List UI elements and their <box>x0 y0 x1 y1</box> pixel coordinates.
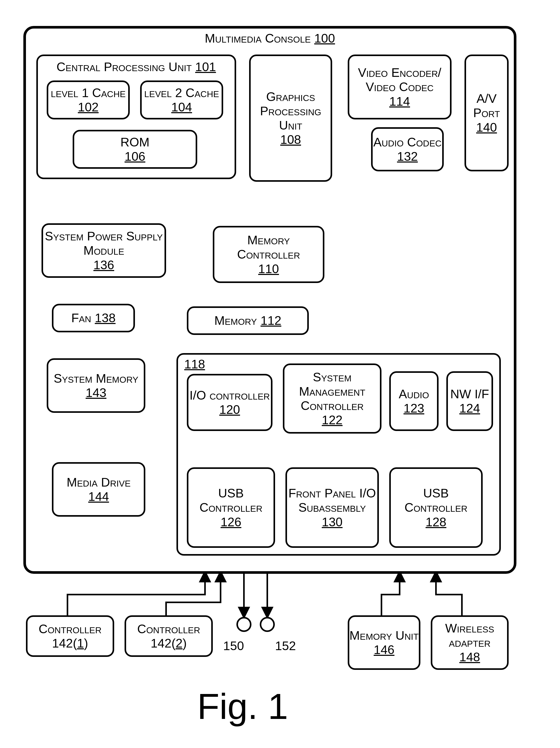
mdrive-name: Media Drive <box>67 475 131 489</box>
memory-ref: 112 <box>261 313 281 328</box>
usb2-ref: 128 <box>425 515 446 529</box>
cpu-ref: 101 <box>195 60 216 74</box>
system-memory-block: System Memory 143 <box>47 358 145 413</box>
rom-name: ROM <box>120 135 149 149</box>
ioctl-name: I/O controller <box>190 388 270 402</box>
audio-codec-block: Audio Codec 132 <box>371 127 444 171</box>
smc-block: System Management Controller 122 <box>283 364 382 434</box>
frontp-name: Front Panel I/O Subassembly <box>287 486 377 515</box>
avport-ref: 140 <box>476 120 497 135</box>
sysmem-name: System Memory <box>54 371 139 385</box>
nwif-name: NW I/F <box>450 387 489 401</box>
console-name: Multimedia Console <box>205 31 311 45</box>
diagram-canvas: Multimedia Console 100 Central Processin… <box>0 0 560 748</box>
memunit-ref: 146 <box>374 642 394 657</box>
figure-text: Fig. 1 <box>197 686 288 727</box>
wadapt-name: Wireless adapter <box>432 621 507 650</box>
av-port-block: A/V Port 140 <box>464 54 509 171</box>
l1-name: level 1 Cache <box>51 86 126 100</box>
media-drive-block: Media Drive 144 <box>52 462 145 517</box>
ctrl1-ref: 142(1) <box>52 636 88 650</box>
memory-unit-block: Memory Unit 146 <box>348 615 420 670</box>
avport-name: A/V Port <box>466 91 507 120</box>
gpu-ref: 108 <box>280 133 301 147</box>
memory-controller-block: Memory Controller 110 <box>213 226 324 283</box>
memory-name: Memory <box>214 313 257 328</box>
acodec-name: Audio Codec <box>373 135 441 149</box>
nwif-ref: 124 <box>459 401 480 415</box>
rom-block: ROM 106 <box>73 130 197 169</box>
memunit-name: Memory Unit <box>349 628 419 642</box>
venc-ref: 114 <box>389 94 410 109</box>
psu-block: System Power Supply Module 136 <box>42 223 166 278</box>
l2-name: level 2 Cache <box>144 86 219 100</box>
usb-controller-1-block: USB Controller 126 <box>187 467 275 548</box>
ioctl-ref: 120 <box>219 402 240 417</box>
cpu-title: Central Processing Unit 101 <box>36 60 236 74</box>
btn150-ref: 150 <box>223 639 244 653</box>
ctrl2-name: Controller <box>137 622 200 636</box>
mdrive-ref: 144 <box>88 489 109 504</box>
usb1-name: USB Controller <box>188 486 273 515</box>
io-hub-ref: 118 <box>184 357 205 371</box>
svg-point-22 <box>261 618 274 631</box>
usb2-name: USB Controller <box>391 486 481 515</box>
audio-ref: 123 <box>404 401 424 415</box>
memory-block: Memory 112 <box>187 306 309 335</box>
l2-cache-block: level 2 Cache 104 <box>140 80 223 119</box>
audio-name: Audio <box>398 387 429 401</box>
audio-block: Audio 123 <box>389 371 439 431</box>
front-panel-block: Front Panel I/O Subassembly 130 <box>286 467 379 548</box>
controller-2-block: Controller 142(2) <box>125 615 213 657</box>
figure-label: Fig. 1 <box>197 685 288 727</box>
ctrl2-ref: 142(2) <box>151 636 187 650</box>
io-controller-block: I/O controller 120 <box>187 374 272 431</box>
l1-cache-block: level 1 Cache 102 <box>47 80 130 119</box>
console-ref: 100 <box>314 31 335 45</box>
usb1-ref: 126 <box>221 515 241 529</box>
nwif-block: NW I/F 124 <box>446 371 493 431</box>
controller-1-block: Controller 142(1) <box>26 615 114 657</box>
ctrl1-name: Controller <box>39 622 101 636</box>
frontp-ref: 130 <box>322 515 343 529</box>
cpu-name: Central Processing Unit <box>56 60 192 74</box>
video-encoder-block: Video Encoder/ Video Codec 114 <box>348 54 452 119</box>
console-title: Multimedia Console 100 <box>23 31 516 45</box>
wireless-adapter-block: Wireless adapter 148 <box>431 615 509 670</box>
gpu-name: Graphics Processing Unit <box>251 90 331 133</box>
io-hub-ref-label: 118 <box>184 357 205 371</box>
fan-block: Fan 138 <box>52 304 135 332</box>
btn152-ref: 152 <box>275 639 296 653</box>
psu-name: System Power Supply Module <box>43 229 165 258</box>
wadapt-ref: 148 <box>459 650 480 664</box>
memctl-ref: 110 <box>258 262 279 276</box>
psu-ref: 136 <box>93 258 114 272</box>
fan-name: Fan <box>71 311 91 325</box>
l2-ref: 104 <box>171 100 192 114</box>
btn152-label: 152 <box>275 639 296 653</box>
fan-ref: 138 <box>95 311 116 325</box>
acodec-ref: 132 <box>397 149 418 164</box>
venc-name: Video Encoder/ Video Codec <box>349 65 450 94</box>
memctl-name: Memory Controller <box>214 233 323 261</box>
smc-ref: 122 <box>322 413 343 427</box>
sysmem-ref: 143 <box>86 385 106 400</box>
rom-ref: 106 <box>125 149 145 164</box>
svg-point-21 <box>237 618 251 631</box>
usb-controller-2-block: USB Controller 128 <box>389 467 483 548</box>
btn150-label: 150 <box>223 639 244 653</box>
l1-ref: 102 <box>78 100 99 114</box>
smc-name: System Management Controller <box>285 370 380 413</box>
gpu-block: Graphics Processing Unit 108 <box>249 54 332 182</box>
